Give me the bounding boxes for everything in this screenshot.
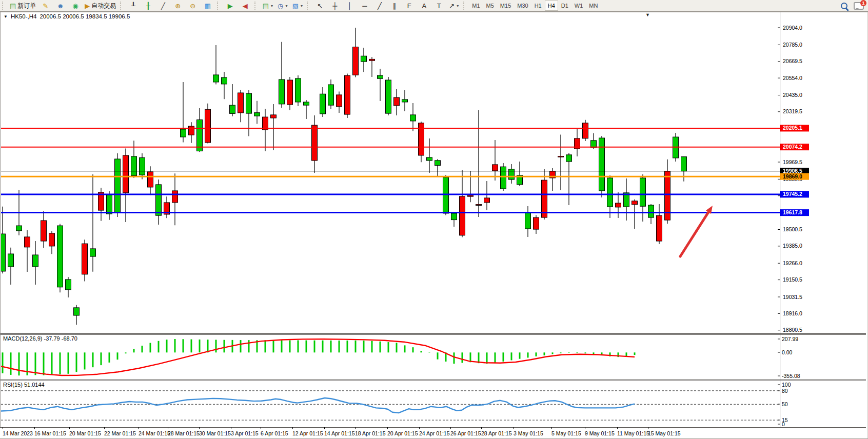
timeframe-d1[interactable]: D1 (558, 1, 571, 11)
time-tick-label: 20 Mar 01:15 (69, 430, 101, 436)
timeframe-m5[interactable]: M5 (483, 1, 497, 11)
tile-windows-button[interactable]: ▦ (200, 0, 215, 11)
autotrading-button[interactable]: ▶自动交易 (83, 0, 118, 11)
chart-background (0, 11, 868, 439)
signals-icon: ◉ (72, 2, 78, 10)
trendline-button[interactable]: ╱ (372, 0, 387, 11)
price-tick-label: 18800.5 (783, 327, 802, 333)
notification-badge: 1 (860, 0, 866, 6)
chart-shift-icon: ◀ (243, 2, 248, 10)
chat-icon[interactable]: 1 (854, 2, 864, 10)
candle-body (328, 85, 334, 105)
time-tick-label: 5 May 01:15 (551, 430, 581, 436)
candle-body (320, 94, 326, 114)
mt4-window: 20904.020785.020669.520554.020435.020319… (0, 0, 868, 439)
crosshair-button[interactable]: ┼ (327, 0, 342, 11)
vertical-line-icon: │ (348, 2, 352, 10)
candle-body (205, 109, 211, 143)
price-tick-label: 20669.5 (783, 58, 802, 64)
price-tick-label: 20785.0 (783, 42, 802, 48)
styler-icon: ✎ (43, 2, 48, 10)
candle-body (246, 93, 252, 113)
horizontal-line-button[interactable]: ─ (357, 0, 372, 11)
candle-body (312, 125, 318, 161)
text-button[interactable]: A (417, 0, 431, 11)
candle-body (681, 157, 687, 171)
fibonacci-button[interactable]: F (402, 0, 417, 11)
bar-chart-button[interactable]: ┸ (126, 0, 141, 11)
profiles-icon: ◷ (278, 2, 283, 10)
cursor-button[interactable]: ↖ (312, 0, 327, 11)
new-order-button[interactable]: ▤新订单 (8, 0, 38, 11)
candle-body (107, 195, 112, 214)
candle-body (90, 249, 96, 256)
time-tick-label: 16 Mar 01:15 (34, 430, 66, 436)
candlestick-chart-button[interactable]: ╂ (141, 0, 155, 11)
vertical-line-button[interactable]: │ (342, 0, 357, 11)
chevron-down-icon[interactable]: ▾ (457, 4, 459, 8)
templates-button[interactable]: ▧▾ (290, 0, 305, 11)
price-tick-label: 19150.5 (783, 276, 802, 283)
styler-button[interactable]: ✎ (38, 0, 53, 11)
trendline-icon: ╱ (378, 2, 382, 10)
chevron-down-icon[interactable]: ▾ (301, 4, 303, 8)
crosshair-icon: ┼ (332, 2, 337, 10)
time-tick-label: 20 Apr 01:15 (387, 430, 418, 436)
fibonacci-icon: F (407, 2, 411, 10)
candle-body (25, 237, 30, 247)
signals-button[interactable]: ◉ (68, 0, 83, 11)
search-icon[interactable] (841, 3, 847, 9)
timeframe-m30[interactable]: M30 (514, 1, 531, 11)
chart-shift-button[interactable]: ◀ (238, 0, 252, 11)
arrows-icon: ↗ (449, 2, 455, 10)
timeframe-m1[interactable]: M1 (469, 1, 483, 11)
autotrading-button-label: 自动交易 (91, 2, 116, 10)
chart-canvas[interactable]: 20904.020785.020669.520554.020435.020319… (0, 0, 868, 439)
community-button[interactable]: ☻ (53, 0, 68, 11)
candle-body (616, 203, 621, 207)
candle-body (402, 99, 408, 102)
zoom-out-icon: ⊖ (190, 2, 195, 10)
label-button[interactable]: T (431, 0, 446, 11)
channel-button[interactable]: ∥ (387, 0, 402, 11)
candle-body (57, 226, 63, 287)
candle-body (279, 79, 285, 104)
candle-body (49, 233, 55, 246)
arrows-button[interactable]: ↗▾ (446, 0, 461, 11)
new-order-button-label: 新订单 (17, 2, 36, 10)
collapse-icon[interactable]: ▼ (4, 14, 8, 19)
price-badge-label: 19745.2 (783, 191, 802, 197)
new-chart-button[interactable]: ▤▾ (260, 0, 275, 11)
auto-scroll-button[interactable]: ▶ (223, 0, 238, 11)
candle-body (115, 159, 121, 213)
line-chart-icon: ╱ (161, 2, 165, 10)
candle-body (607, 178, 613, 207)
candle-body (558, 156, 564, 157)
timeframe-w1[interactable]: W1 (571, 1, 586, 11)
zoom-in-button[interactable]: ⊕ (170, 0, 185, 11)
timeframe-h4[interactable]: H4 (545, 1, 558, 11)
auto-scroll-icon: ▶ (228, 2, 233, 10)
price-badge-label: 19869.0 (783, 173, 802, 179)
chart-marker-icon[interactable]: ▼ (645, 12, 650, 17)
candle-body (189, 126, 194, 135)
candle-body (172, 191, 178, 203)
candle-body (476, 205, 482, 206)
price-tick-label: 20554.0 (783, 75, 802, 81)
chevron-down-icon[interactable]: ▾ (271, 4, 273, 8)
candle-body (41, 221, 47, 241)
timeframe-h1[interactable]: H1 (531, 1, 545, 11)
timeframe-mn[interactable]: MN (586, 1, 601, 11)
candle-body (501, 167, 506, 189)
label-icon: T (437, 2, 441, 10)
price-tick-label: 18916.0 (783, 310, 802, 316)
rsi-tick-label: 100 (782, 382, 791, 388)
profiles-button[interactable]: ◷▾ (275, 0, 290, 11)
candle-body (304, 102, 309, 105)
line-chart-button[interactable]: ╱ (155, 0, 170, 11)
zoom-out-button[interactable]: ⊖ (185, 0, 200, 11)
timeframe-m15[interactable]: M15 (497, 1, 514, 11)
chevron-down-icon[interactable]: ▾ (285, 4, 287, 8)
candle-body (599, 138, 605, 191)
price-tick-label: 19266.0 (783, 260, 802, 266)
